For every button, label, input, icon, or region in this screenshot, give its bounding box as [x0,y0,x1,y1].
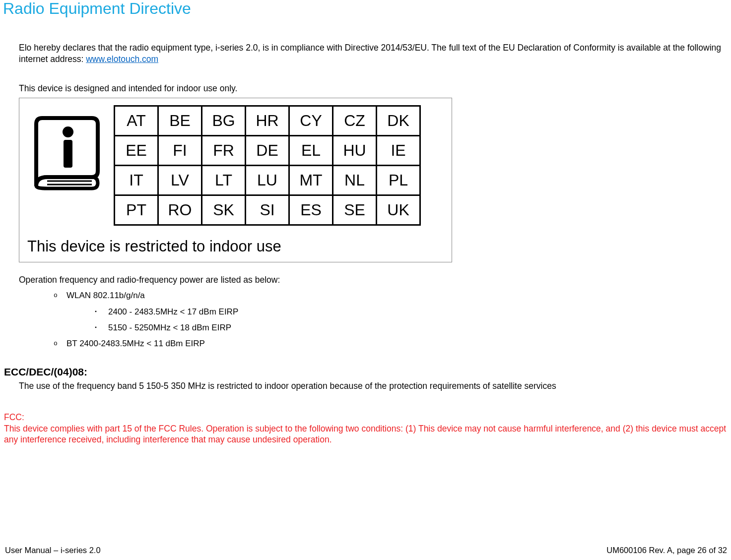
country-cell: BE [158,106,202,136]
fcc-block: FCC: This device complies with part 15 o… [4,412,726,445]
footer-left: User Manual – i-series 2.0 [5,546,101,555]
country-cell: LV [158,166,202,195]
country-cell: NL [333,166,377,195]
country-cell: BG [202,106,246,136]
list-item: WLAN 802.11b/g/n/a 2400 - 2483.5MHz < 17… [54,290,726,333]
country-cell: IT [115,166,158,195]
list-item: 2400 - 2483.5MHz < 17 dBm EIRP [94,307,726,317]
country-cell: RO [158,195,202,225]
indoor-restriction-box: AT BE BG HR CY CZ DK EE FI FR DE EL HU I… [19,98,452,262]
country-cell: HU [333,136,377,166]
country-cell: SI [246,195,289,225]
ecc-heading: ECC/DEC/(04)08: [4,365,726,378]
frequency-intro: Operation frequency and radio-frequency … [19,274,726,286]
country-table: AT BE BG HR CY CZ DK EE FI FR DE EL HU I… [114,105,421,226]
country-cell: ES [289,195,333,225]
country-cell: DE [246,136,289,166]
restriction-text: This device is restricted to indoor use [27,237,444,256]
country-cell: EE [115,136,158,166]
country-cell: PT [115,195,158,225]
svg-rect-1 [64,140,72,168]
fcc-text: This device complies with part 15 of the… [4,424,726,445]
footer-right: UM600106 Rev. A, page 26 of 32 [606,546,727,555]
list-item: 5150 - 5250MHz < 18 dBm EIRP [94,322,726,333]
country-cell: HR [246,106,289,136]
fcc-label: FCC: [4,412,726,423]
declaration-text: Elo hereby declares that the radio equip… [19,42,726,65]
manual-icon [27,109,107,196]
country-cell: LU [246,166,289,195]
country-cell: UK [377,195,420,225]
wlan-label: WLAN 802.11b/g/n/a [66,291,145,300]
country-cell: DK [377,106,420,136]
country-cell: SK [202,195,246,225]
page-title: Radio Equipment Directive [0,0,731,17]
country-cell: SE [333,195,377,225]
country-cell: AT [115,106,158,136]
list-item: BT 2400-2483.5MHz < 11 dBm EIRP [54,338,726,349]
country-cell: LT [202,166,246,195]
country-cell: CY [289,106,333,136]
table-row: PT RO SK SI ES SE UK [115,195,420,225]
country-cell: CZ [333,106,377,136]
country-cell: PL [377,166,420,195]
ecc-text: The use of the frequency band 5 150-5 35… [19,380,726,392]
country-cell: IE [377,136,420,166]
country-cell: FR [202,136,246,166]
indoor-intent: This device is designed and intended for… [19,83,726,94]
country-cell: FI [158,136,202,166]
country-cell: EL [289,136,333,166]
table-row: IT LV LT LU MT NL PL [115,166,420,195]
conformity-link[interactable]: www.elotouch.com [86,54,158,64]
svg-point-0 [63,126,73,137]
country-cell: MT [289,166,333,195]
table-row: AT BE BG HR CY CZ DK [115,106,420,136]
table-row: EE FI FR DE EL HU IE [115,136,420,166]
footer: User Manual – i-series 2.0 UM600106 Rev.… [5,546,727,555]
